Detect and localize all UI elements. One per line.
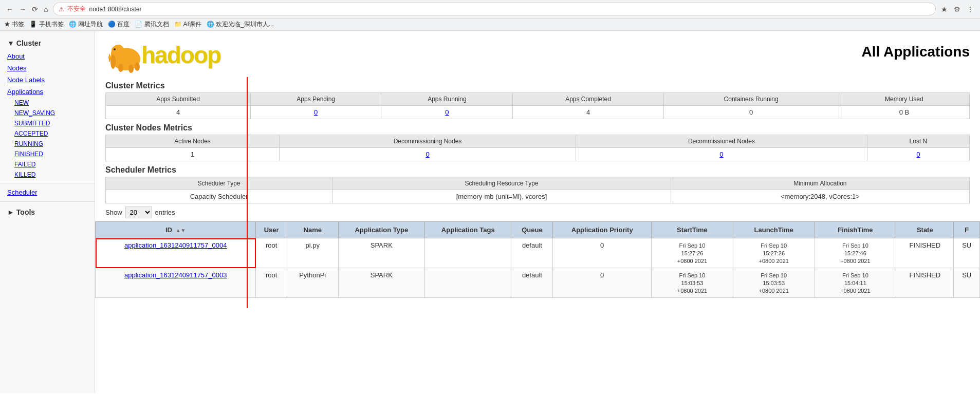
bookmark-tencent[interactable]: 📄 腾讯文档 <box>135 20 169 29</box>
cell-name-1: PythonPi <box>287 268 338 298</box>
sidebar-item-applications[interactable]: Applications <box>0 86 95 98</box>
bookmark-welcome[interactable]: 🌐 欢迎光临_深圳市人... <box>207 20 274 29</box>
val-decommissioning-nodes: 0 <box>279 148 576 161</box>
val-scheduling-resource: [memory-mb (unit=Mi), vcores] <box>332 190 671 203</box>
url-text: node1:8088/cluster <box>89 6 141 13</box>
th-tags[interactable]: Application Tags <box>425 222 511 238</box>
extensions-btn[interactable]: ⚙ <box>952 4 963 14</box>
svg-point-3 <box>110 54 116 69</box>
nav-buttons[interactable]: ← → ⟳ ⌂ <box>4 4 50 14</box>
scheduler-metrics-table: Scheduler Type Scheduling Resource Type … <box>105 177 970 203</box>
sidebar-sub-submitted[interactable]: SUBMITTED <box>0 118 95 128</box>
forward-button[interactable]: → <box>17 4 28 14</box>
hadoop-logo: hadoop <box>105 36 270 77</box>
app-container: ▼ Cluster About Nodes Node Labels Applic… <box>0 31 980 393</box>
back-button[interactable]: ← <box>4 4 15 14</box>
th-launch-time[interactable]: LaunchTime <box>733 222 815 238</box>
cell-start-1: Fri Sep 10 15:03:53 +0800 2021 <box>652 268 733 298</box>
cell-id-0: application_1631240911757_0004 <box>96 238 256 268</box>
cluster-metrics-title: Cluster Metrics <box>95 77 980 92</box>
security-icon: ⚠ <box>59 6 64 13</box>
cell-finish-0: Fri Sep 10 15:27:46 +0800 2021 <box>815 238 896 268</box>
home-button[interactable]: ⌂ <box>42 4 50 14</box>
address-bar[interactable]: ⚠ 不安全 node1:8088/cluster <box>53 3 936 15</box>
sidebar-sub-new[interactable]: NEW <box>0 98 95 108</box>
cluster-arrow: ▼ <box>7 39 14 47</box>
sidebar-sub-accepted[interactable]: ACCEPTED <box>0 128 95 139</box>
cluster-nodes-section: Active Nodes Decommissioning Nodes Decom… <box>95 135 980 161</box>
cell-queue-0: default <box>511 238 553 268</box>
th-user[interactable]: User <box>256 222 287 238</box>
svg-point-5 <box>128 65 134 73</box>
scheduler-metrics-section: Scheduler Type Scheduling Resource Type … <box>95 177 980 203</box>
bookmarks-bar: ★ 书签 📱 手机书签 🌐 网址导航 🔵 百度 📄 腾讯文档 📁 AI课件 🌐 … <box>0 18 980 31</box>
th-priority[interactable]: Application Priority <box>553 222 652 238</box>
cluster-section[interactable]: ▼ Cluster <box>0 36 95 50</box>
bookmark-star[interactable]: ★ <box>939 4 950 14</box>
sidebar-sub-new-saving[interactable]: NEW_SAVING <box>0 108 95 118</box>
cell-state-1: FINISHED <box>896 268 954 298</box>
th-name[interactable]: Name <box>287 222 338 238</box>
tools-label: Tools <box>16 208 35 216</box>
cell-f-0: SU <box>954 238 980 268</box>
security-label: 不安全 <box>67 5 86 13</box>
applications-table-wrapper: ID ▲▼ User Name Application Type Applica… <box>95 221 980 308</box>
page-header: hadoop All Applications <box>95 31 980 77</box>
svg-point-2 <box>112 46 120 54</box>
th-state[interactable]: State <box>896 222 954 238</box>
sidebar-item-nodes[interactable]: Nodes <box>0 62 95 74</box>
col-scheduler-type: Scheduler Type <box>106 177 332 190</box>
val-apps-completed: 4 <box>513 106 663 119</box>
tools-section[interactable]: ► Tools <box>0 205 95 219</box>
col-apps-submitted: Apps Submitted <box>106 93 251 106</box>
svg-point-4 <box>118 64 123 72</box>
val-containers-running: 0 <box>663 106 839 119</box>
refresh-button[interactable]: ⟳ <box>30 4 40 14</box>
col-decommissioned-nodes: Decommissioned Nodes <box>576 135 867 148</box>
app-id-link-0[interactable]: application_1631240911757_0004 <box>124 241 227 249</box>
cell-state-0: FINISHED <box>896 238 954 268</box>
val-active-nodes: 1 <box>106 148 280 161</box>
sidebar-sub-running[interactable]: RUNNING <box>0 139 95 149</box>
logo-text: hadoop <box>141 41 220 69</box>
bookmark-nav[interactable]: 🌐 网址导航 <box>69 20 103 29</box>
sidebar-item-scheduler[interactable]: Scheduler <box>0 186 95 198</box>
bookmarks-label: ★ 书签 <box>4 20 24 29</box>
col-min-allocation: Minimum Allocation <box>671 177 969 190</box>
th-start-time[interactable]: StartTime <box>652 222 733 238</box>
show-entries-control: Show 10 20 50 100 entries <box>95 203 980 221</box>
sidebar-sub-finished[interactable]: FINISHED <box>0 149 95 159</box>
main-content: hadoop All Applications Cluster Metrics … <box>95 31 980 393</box>
th-queue[interactable]: Queue <box>511 222 553 238</box>
val-scheduler-type: Capacity Scheduler <box>106 190 332 203</box>
bookmark-baidu[interactable]: 🔵 百度 <box>108 20 130 29</box>
sidebar-item-about[interactable]: About <box>0 50 95 62</box>
cell-user-0: root <box>256 238 287 268</box>
applications-table: ID ▲▼ User Name Application Type Applica… <box>95 221 980 298</box>
menu-btn[interactable]: ⋮ <box>965 4 976 14</box>
bookmark-ai[interactable]: 📁 AI课件 <box>174 20 201 29</box>
sidebar-sub-killed[interactable]: KILLED <box>0 170 95 180</box>
cluster-label: Cluster <box>16 39 41 47</box>
sidebar-sub-failed[interactable]: FAILED <box>0 159 95 170</box>
sidebar: ▼ Cluster About Nodes Node Labels Applic… <box>0 31 95 393</box>
col-apps-completed: Apps Completed <box>513 93 663 106</box>
th-finish-time[interactable]: FinishTime <box>815 222 896 238</box>
val-min-allocation: <memory:2048, vCores:1> <box>671 190 969 203</box>
col-apps-running: Apps Running <box>381 93 513 106</box>
content-area: Cluster Metrics Apps Submitted Apps Pend… <box>95 77 980 308</box>
app-id-link-1[interactable]: application_1631240911757_0003 <box>124 271 227 279</box>
table-row: application_1631240911757_0004 root pi.p… <box>96 238 980 268</box>
th-id[interactable]: ID ▲▼ <box>96 222 256 238</box>
entries-select[interactable]: 10 20 50 100 <box>125 207 152 218</box>
val-decommissioned-nodes: 0 <box>576 148 867 161</box>
cell-tags-1 <box>425 268 511 298</box>
bookmark-mobile[interactable]: 📱 手机书签 <box>29 20 63 29</box>
sidebar-item-node-labels[interactable]: Node Labels <box>0 74 95 86</box>
page-title: All Applications <box>861 36 970 60</box>
col-apps-pending: Apps Pending <box>251 93 381 106</box>
scheduler-metrics-title: Scheduler Metrics <box>95 161 980 177</box>
svg-point-7 <box>114 48 116 50</box>
th-f[interactable]: F <box>954 222 980 238</box>
th-type[interactable]: Application Type <box>338 222 424 238</box>
